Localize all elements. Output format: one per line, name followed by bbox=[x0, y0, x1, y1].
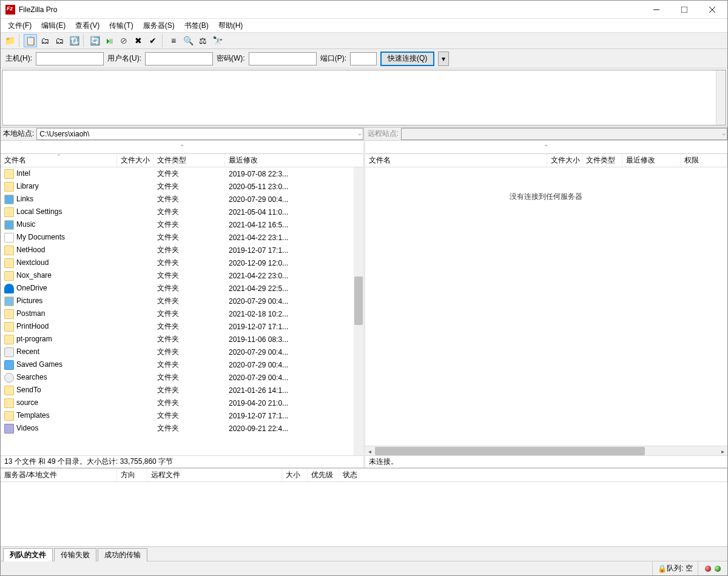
quickconnect-dropdown[interactable]: ▾ bbox=[438, 52, 449, 66]
col-direction[interactable]: 方向 bbox=[117, 469, 147, 481]
port-input[interactable] bbox=[350, 52, 377, 65]
toggle-queue-icon[interactable]: 🔃 bbox=[67, 34, 81, 47]
quickconnect-button[interactable]: 快速连接(Q) bbox=[380, 52, 434, 66]
scroll-left-icon[interactable]: ◂ bbox=[365, 446, 375, 456]
maximize-button[interactable] bbox=[670, 1, 698, 19]
remote-empty-message: 没有连接到任何服务器 bbox=[365, 167, 728, 226]
local-tree[interactable]: ⌃ bbox=[1, 141, 363, 154]
remote-site-label: 远程站点: bbox=[365, 129, 401, 139]
host-input[interactable] bbox=[36, 52, 104, 65]
table-row[interactable]: Nextcloud文件夹2020-12-09 12:0... bbox=[1, 256, 354, 269]
log-scrollbar[interactable] bbox=[716, 70, 726, 125]
disconnect-icon[interactable]: ✖ bbox=[132, 34, 145, 47]
table-row[interactable]: Links文件夹2020-07-29 00:4... bbox=[1, 193, 354, 206]
remote-scrollbar-h[interactable]: ◂ ▸ bbox=[365, 446, 728, 455]
remote-path-combo[interactable]: ⌵ bbox=[401, 128, 727, 140]
search-icon[interactable]: 🔍 bbox=[181, 34, 195, 47]
close-button[interactable] bbox=[698, 1, 726, 19]
cell-name: Searches bbox=[1, 373, 117, 383]
menu-help[interactable]: 帮助(H) bbox=[214, 19, 248, 32]
table-row[interactable]: Local Settings文件夹2021-05-04 11:0... bbox=[1, 206, 354, 218]
cell-mtime: 2021-04-29 22:5... bbox=[225, 284, 354, 293]
col-server[interactable]: 服务器/本地文件 bbox=[1, 469, 117, 481]
tab-success[interactable]: 成功的传输 bbox=[98, 548, 147, 561]
table-row[interactable]: pt-program文件夹2019-11-06 08:3... bbox=[1, 333, 354, 346]
reconnect-icon[interactable]: ✔ bbox=[146, 34, 160, 47]
tab-queued[interactable]: 列队的文件 bbox=[3, 548, 53, 561]
table-row[interactable]: OneDrive文件夹2021-04-29 22:5... bbox=[1, 282, 354, 295]
col-status[interactable]: 状态 bbox=[339, 469, 727, 481]
table-row[interactable]: Templates文件夹2019-12-07 17:1... bbox=[1, 409, 354, 422]
activity-indicator bbox=[698, 561, 727, 575]
col-size[interactable]: 大小 bbox=[282, 469, 308, 481]
col-type[interactable]: 文件类型 bbox=[153, 154, 225, 167]
toggle-local-tree-icon[interactable]: 🗂 bbox=[38, 34, 52, 47]
table-row[interactable]: NetHood文件夹2019-12-07 17:1... bbox=[1, 244, 354, 256]
local-scrollbar-v[interactable] bbox=[354, 167, 363, 455]
tab-failed[interactable]: 传输失败 bbox=[54, 548, 96, 561]
col-mtime[interactable]: 最近修改 bbox=[225, 154, 363, 167]
scroll-right-icon[interactable]: ▸ bbox=[718, 446, 727, 456]
table-row[interactable]: Pictures文件夹2020-07-29 00:4... bbox=[1, 295, 354, 307]
local-path-combo[interactable]: C:\Users\xiaoh\⌵ bbox=[36, 128, 363, 140]
col-type[interactable]: 文件类型 bbox=[582, 154, 622, 167]
user-label: 用户名(U): bbox=[107, 53, 141, 64]
col-name[interactable]: ⌃文件名 bbox=[1, 154, 117, 167]
process-queue-icon[interactable]: ⏯ bbox=[103, 34, 116, 47]
table-row[interactable]: source文件夹2019-04-20 21:0... bbox=[1, 397, 354, 409]
compare-icon[interactable]: ⚖ bbox=[196, 34, 209, 47]
col-name[interactable]: 文件名 bbox=[365, 154, 547, 167]
menu-file[interactable]: 文件(F) bbox=[3, 19, 36, 32]
user-input[interactable] bbox=[145, 52, 213, 65]
table-row[interactable]: Saved Games文件夹2020-07-29 00:4... bbox=[1, 358, 354, 371]
col-remote[interactable]: 远程文件 bbox=[147, 469, 282, 481]
table-row[interactable]: My Documents文件夹2021-04-22 23:1... bbox=[1, 231, 354, 244]
toggle-log-icon[interactable]: 📋 bbox=[24, 34, 37, 47]
cell-mtime: 2020-12-09 12:0... bbox=[225, 259, 354, 267]
titlebar: FileZilla Pro bbox=[1, 1, 727, 19]
table-row[interactable]: Recent文件夹2020-07-29 00:4... bbox=[1, 346, 354, 358]
site-manager-icon[interactable]: 📁 bbox=[3, 34, 16, 47]
scrollbar-thumb[interactable] bbox=[375, 447, 645, 455]
cell-name: Local Settings bbox=[1, 207, 117, 217]
message-log[interactable] bbox=[2, 70, 726, 126]
cell-mtime: 2020-05-11 23:0... bbox=[225, 183, 354, 191]
table-row[interactable]: SendTo文件夹2021-01-26 14:1... bbox=[1, 384, 354, 397]
cell-name: Recent bbox=[1, 347, 117, 357]
cell-mtime: 2021-05-04 11:0... bbox=[225, 208, 354, 216]
col-size[interactable]: 文件大小 bbox=[547, 154, 582, 167]
filter-icon[interactable]: ≡ bbox=[167, 34, 180, 47]
cell-name: Postman bbox=[1, 309, 117, 319]
col-size[interactable]: 文件大小 bbox=[117, 154, 153, 167]
refresh-icon[interactable]: 🔄 bbox=[88, 34, 101, 47]
cloud-icon bbox=[4, 284, 14, 293]
col-priority[interactable]: 优先级 bbox=[308, 469, 339, 481]
table-row[interactable]: Postman文件夹2021-02-18 10:2... bbox=[1, 307, 354, 320]
menu-bookmarks[interactable]: 书签(B) bbox=[180, 19, 214, 32]
toggle-remote-tree-icon[interactable]: 🗂 bbox=[53, 34, 66, 47]
folder-icon bbox=[4, 207, 14, 217]
menu-edit[interactable]: 编辑(E) bbox=[36, 19, 70, 32]
minimize-button[interactable] bbox=[642, 1, 670, 19]
pass-input[interactable] bbox=[249, 52, 317, 65]
binoculars-icon[interactable]: 🔭 bbox=[211, 34, 224, 47]
menu-server[interactable]: 服务器(S) bbox=[138, 19, 180, 32]
cancel-icon[interactable]: ⊘ bbox=[117, 34, 130, 47]
menu-view[interactable]: 查看(V) bbox=[70, 19, 104, 32]
scrollbar-thumb[interactable] bbox=[354, 276, 363, 325]
local-file-list[interactable]: Intel文件夹2019-07-08 22:3...Library文件夹2020… bbox=[1, 167, 363, 455]
table-row[interactable]: Intel文件夹2019-07-08 22:3... bbox=[1, 167, 354, 180]
folder-icon bbox=[4, 335, 14, 344]
col-perm[interactable]: 权限 bbox=[681, 154, 728, 167]
table-row[interactable]: Searches文件夹2020-07-29 00:4... bbox=[1, 371, 354, 384]
table-row[interactable]: PrintHood文件夹2019-12-07 17:1... bbox=[1, 320, 354, 333]
table-row[interactable]: Videos文件夹2020-09-21 22:4... bbox=[1, 422, 354, 435]
remote-tree[interactable]: ⌃ bbox=[365, 141, 728, 154]
menu-transfer[interactable]: 传输(T) bbox=[104, 19, 138, 32]
table-row[interactable]: Library文件夹2020-05-11 23:0... bbox=[1, 180, 354, 193]
queue-body[interactable] bbox=[1, 482, 727, 546]
col-mtime[interactable]: 最近修改 bbox=[622, 154, 681, 167]
table-row[interactable]: Music文件夹2021-04-12 16:5... bbox=[1, 218, 354, 231]
table-row[interactable]: Nox_share文件夹2021-04-22 23:0... bbox=[1, 269, 354, 282]
remote-file-list[interactable]: 没有连接到任何服务器 bbox=[365, 167, 728, 446]
